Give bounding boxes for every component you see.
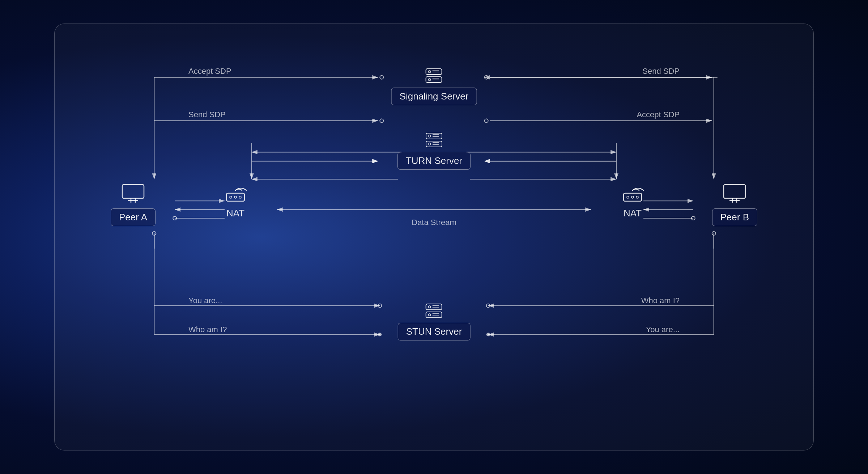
signaling-server-label: Signaling Server [391, 88, 477, 105]
stun-server-label: STUN Server [398, 323, 471, 340]
svg-point-63 [429, 143, 431, 145]
flow-you-are-right: You are... [646, 325, 680, 334]
signaling-server: Signaling Server [391, 67, 477, 105]
peer-a-icon [120, 183, 146, 206]
nat-a: NAT [223, 183, 248, 219]
svg-point-83 [230, 196, 232, 198]
svg-point-11 [485, 119, 488, 123]
signaling-server-icon [423, 67, 445, 85]
svg-point-67 [429, 306, 431, 308]
flow-you-are-left: You are... [188, 296, 222, 305]
svg-rect-78 [724, 185, 745, 198]
svg-point-42 [486, 304, 490, 308]
svg-point-37 [378, 333, 382, 337]
flow-who-am-i-right: Who am I? [641, 296, 680, 305]
svg-point-38 [712, 232, 716, 235]
peer-a: Peer A [111, 183, 156, 226]
turn-server: TURN Server [397, 132, 471, 170]
svg-point-88 [631, 196, 634, 198]
nat-b-label: NAT [624, 208, 642, 219]
svg-point-89 [636, 196, 638, 198]
svg-point-87 [627, 196, 629, 198]
flow-accept-sdp-left: Accept SDP [188, 67, 231, 76]
svg-rect-82 [226, 193, 244, 201]
svg-rect-74 [122, 185, 144, 198]
flow-accept-sdp-right: Accept SDP [637, 110, 680, 119]
turn-server-label: TURN Server [397, 152, 471, 170]
svg-point-5 [485, 76, 488, 79]
svg-point-51 [429, 71, 431, 73]
svg-point-84 [234, 196, 237, 198]
nat-b-icon [620, 183, 645, 206]
svg-point-43 [486, 333, 490, 337]
svg-point-26 [173, 216, 176, 220]
stun-server-icon [423, 302, 445, 321]
svg-point-71 [429, 314, 431, 316]
svg-point-30 [692, 216, 695, 220]
svg-rect-86 [624, 193, 642, 201]
nat-a-label: NAT [226, 208, 244, 219]
flow-send-sdp-right: Send SDP [642, 67, 680, 76]
svg-point-10 [380, 119, 383, 123]
peer-b-label: Peer B [712, 208, 758, 226]
svg-point-59 [429, 135, 431, 137]
svg-point-55 [429, 79, 431, 81]
svg-point-36 [378, 304, 382, 308]
nat-b: NAT [620, 183, 645, 219]
peer-a-label: Peer A [111, 208, 156, 226]
svg-point-32 [152, 232, 156, 235]
stun-server: STUN Server [398, 302, 471, 340]
flow-send-sdp-left: Send SDP [188, 110, 226, 119]
nat-a-icon [223, 183, 248, 206]
diagram-container: Accept SDP Send SDP Send SDP Accept SDP … [54, 24, 814, 450]
peer-b-icon [722, 183, 748, 206]
flow-data-stream: Data Stream [412, 218, 456, 227]
svg-point-85 [239, 196, 241, 198]
peer-b: Peer B [712, 183, 758, 226]
turn-server-icon [423, 132, 445, 150]
flow-who-am-i-left: Who am I? [188, 325, 227, 334]
svg-point-4 [380, 76, 383, 79]
